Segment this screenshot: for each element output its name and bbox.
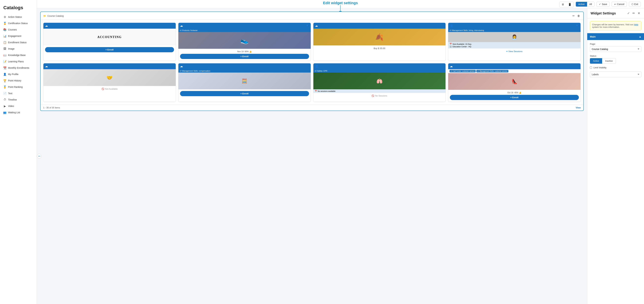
view-toggle-group: 🖥 📱 (559, 2, 574, 7)
cancel-label: Cancel (617, 3, 624, 6)
checkmark-icon: ✓ (599, 3, 601, 6)
learning-plans-icon: 📝 (3, 60, 6, 63)
sidebar-item-point-history[interactable]: 🏆 Point History (0, 77, 37, 84)
sidebar-item-label: Courses (8, 28, 17, 31)
action-status-icon: ⚙ (3, 16, 6, 19)
save-label: Save (602, 3, 607, 6)
tag-bar: 🏷 Management Skills: compensation (178, 69, 311, 73)
sidebar-item-waiting-list[interactable]: 👥 Waiting List (0, 109, 37, 116)
items-count: 1 - 35 of 35 items (43, 106, 60, 109)
sidebar-item-knowledge-base[interactable]: 📖 Knowledge Base (0, 52, 37, 58)
tag-text: Management Skills: hiring, interviewing (452, 29, 484, 31)
sidebar-item-learning-plans[interactable]: 📝 Learning Plans (0, 58, 37, 65)
sidebar-item-timeline[interactable]: ⏱ Timeline (0, 97, 37, 103)
course-image: 👩‍💼 (448, 32, 580, 42)
settings-section-label: Main (590, 35, 596, 38)
sidebar-item-text[interactable]: 📄 Text (0, 90, 37, 97)
settings-check-button[interactable]: ✓ (627, 11, 630, 16)
course-footer: Oct 18 40% 👍 + Enroll (448, 90, 580, 102)
course-image: 🍂 (313, 29, 446, 46)
tag-icon: 🏷 (315, 70, 316, 72)
enrollment-icon: 📋 (3, 41, 6, 44)
monthly-enrollments-icon: 📆 (3, 66, 6, 69)
limit-visibility-row: Limit Visibility (590, 66, 641, 69)
cloud-icon: ☁ (180, 24, 183, 27)
status-toggle-group: Active Inactive (590, 58, 641, 64)
sidebar-item-action-status[interactable]: ⚙ Action Status (0, 14, 37, 20)
undo-icon: ↩ (614, 3, 616, 6)
topbar: Edit widget settings 🖥 📱 Active All ✓ Sa… (37, 0, 644, 8)
status-inactive-button[interactable]: Inactive (602, 58, 616, 64)
widget-edit-button[interactable]: ✏ (572, 14, 575, 18)
settings-main-section[interactable]: Main ▲ (587, 33, 644, 40)
next-available: Next Available: 10-Sep- (452, 43, 472, 45)
sidebar-item-label: Point Ranking (8, 86, 22, 88)
course-card-header: ☁ Accounting 101 (44, 23, 176, 29)
settings-header-actions: ✓ ✏ ✕ (627, 11, 641, 16)
sidebar-item-label: Action Status (8, 16, 22, 18)
sidebar-item-label: Enrollment Status (8, 41, 27, 44)
sidebar-item-courses[interactable]: 📚 Courses (0, 27, 37, 33)
mobile-view-button[interactable]: 📱 (566, 2, 574, 7)
enroll-button[interactable]: + Enroll (180, 54, 309, 59)
alert-suffix: system for more information. (592, 26, 620, 28)
help-link[interactable]: Help (634, 23, 638, 26)
view-sessions-button[interactable]: ≡ View Sessions (450, 50, 579, 53)
widget-header-left: 📁 Course Catalog (43, 15, 64, 17)
enroll-button[interactable]: + Enroll (450, 95, 579, 100)
enroll-button[interactable]: + Enroll (45, 47, 174, 52)
enroll-button[interactable]: + Enroll (180, 91, 309, 96)
course-footer: + Enroll (178, 89, 311, 98)
sidebar-item-label: Point History (8, 79, 21, 82)
page-select[interactable]: Course Catalog (590, 46, 641, 52)
desktop-view-button[interactable]: 🖥 (560, 2, 566, 7)
widget-header-actions: ✏ 🗑 (572, 14, 581, 18)
course-title: Anatomy of a ... (184, 25, 200, 27)
settings-header: Widget Settings ✓ ✏ ✕ (587, 8, 644, 19)
sidebar-item-certification-status[interactable]: 🏅 Certification Status (0, 20, 37, 27)
status-active-button[interactable]: Active (590, 58, 602, 64)
sidebar-item-video[interactable]: ▶ Video (0, 103, 37, 109)
exit-button[interactable]: ⬡ Exit (629, 2, 641, 7)
tag-bar: 🏷 Management Skills: hiring, interviewin… (448, 29, 580, 32)
sidebar-item-image[interactable]: 🖼 Image (0, 46, 37, 52)
sidebar-item-label: Timeline (8, 98, 17, 101)
labels-field: Labels (590, 72, 641, 77)
cloud-icon: ☁ (315, 24, 318, 27)
active-status-button[interactable]: Active (576, 2, 587, 7)
cancel-button[interactable]: ↩ Cancel (612, 2, 627, 7)
course-card-autumn: ☁ Autumn Fina ... 🍂 Buy $ 35.00 (313, 23, 446, 61)
view-link[interactable]: View (576, 106, 581, 109)
widget-delete-button[interactable]: 🗑 (577, 14, 581, 18)
all-status-button[interactable]: All (587, 2, 594, 7)
course-image: 👟 (178, 32, 311, 49)
desktop-icon: 🖥 (562, 3, 564, 6)
page-label: Page: (590, 43, 641, 45)
cloud-icon: ☁ (450, 65, 452, 68)
sidebar-item-my-profile[interactable]: 👤 My Profile (0, 71, 37, 77)
course-image: 👠 (448, 73, 580, 90)
course-card-header: ☁ Becoming a Fi... (44, 63, 176, 69)
limit-visibility-checkbox[interactable] (590, 67, 592, 69)
labels-select[interactable]: Labels (590, 72, 641, 77)
sidebar-item-enrollment-status[interactable]: 📋 Enrollment Status (0, 39, 37, 46)
sidebar-item-label: Waiting List (8, 111, 20, 114)
settings-edit-button[interactable]: ✏ (632, 11, 636, 16)
sidebar-item-engagement[interactable]: 📊 Engagement (0, 33, 37, 39)
course-card-customer: ☁ Customer Ser... 🏷 Call Center: custome… (448, 63, 581, 102)
sidebar-item-point-ranking[interactable]: 🥇 Point Ranking (0, 84, 37, 90)
collapse-sidebar-button[interactable]: ⇦ (37, 154, 42, 159)
sidebar-item-label: Certification Status (8, 22, 28, 25)
course-image: 🤝 (44, 69, 176, 86)
no-sessions-text: 🚫 No Sessions (315, 95, 444, 97)
save-button[interactable]: ✓ Save (596, 2, 610, 7)
sidebar-item-monthly-enrollments[interactable]: 📆 Monthly Enrollments (0, 65, 37, 71)
alert-box: Changes will be seen by learners. Visit … (590, 21, 641, 31)
sidebar: Catalogs ⚙ Action Status 🏅 Certification… (0, 0, 37, 304)
status-toggle: Active All (576, 2, 594, 7)
settings-close-button[interactable]: ✕ (637, 11, 641, 16)
course-footer: ≡ View Sessions (448, 49, 580, 54)
course-footer: Nov 19 80% 👍 + Enroll (178, 49, 311, 61)
education-center: Education Center - HQ (452, 46, 471, 48)
text-icon: 📄 (3, 92, 6, 95)
